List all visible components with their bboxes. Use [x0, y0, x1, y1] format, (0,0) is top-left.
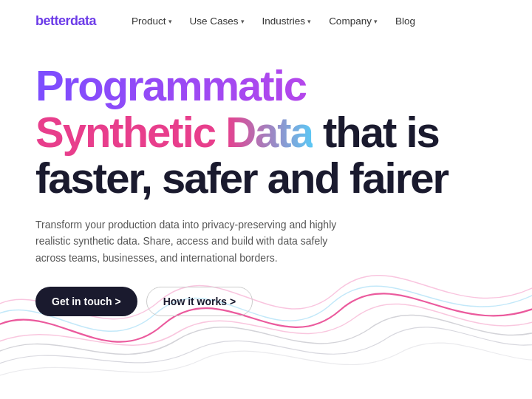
- nav-item-company[interactable]: Company ▾: [329, 16, 378, 27]
- how-it-works-button[interactable]: How it works >: [146, 287, 253, 316]
- nav-label-company: Company: [329, 16, 372, 27]
- chevron-down-icon: ▾: [374, 18, 378, 25]
- hero-subtext: Transform your production data into priv…: [35, 216, 353, 266]
- nav-label-product: Product: [132, 16, 166, 27]
- nav-label-usecases: Use Cases: [190, 16, 239, 27]
- nav-item-usecases[interactable]: Use Cases ▾: [190, 16, 245, 27]
- nav-item-product[interactable]: Product ▾: [132, 16, 172, 27]
- nav-label-blog: Blog: [395, 16, 415, 27]
- headline-line3: faster, safer and fairer: [35, 154, 448, 202]
- hero-headline: Programmatic Synthetic Data that is fast…: [35, 63, 497, 202]
- get-in-touch-button[interactable]: Get in touch >: [35, 287, 137, 316]
- nav-item-blog[interactable]: Blog: [395, 16, 415, 27]
- chevron-down-icon: ▾: [307, 18, 311, 25]
- headline-data: Data: [225, 108, 313, 156]
- headline-programmatic: Programmatic: [35, 61, 306, 109]
- hero-cta-group: Get in touch > How it works >: [35, 287, 497, 316]
- headline-that-is: that is: [323, 108, 439, 156]
- chevron-down-icon: ▾: [168, 18, 172, 25]
- brand-logo[interactable]: betterdata: [35, 13, 96, 29]
- hero-section: Programmatic Synthetic Data that is fast…: [0, 42, 532, 316]
- nav-item-industries[interactable]: Industries ▾: [262, 16, 312, 27]
- headline-synthetic: Synthetic: [35, 108, 215, 156]
- navbar: betterdata Product ▾ Use Cases ▾ Industr…: [0, 0, 532, 42]
- nav-label-industries: Industries: [262, 16, 306, 27]
- nav-links: Product ▾ Use Cases ▾ Industries ▾ Compa…: [132, 16, 415, 27]
- chevron-down-icon: ▾: [241, 18, 245, 25]
